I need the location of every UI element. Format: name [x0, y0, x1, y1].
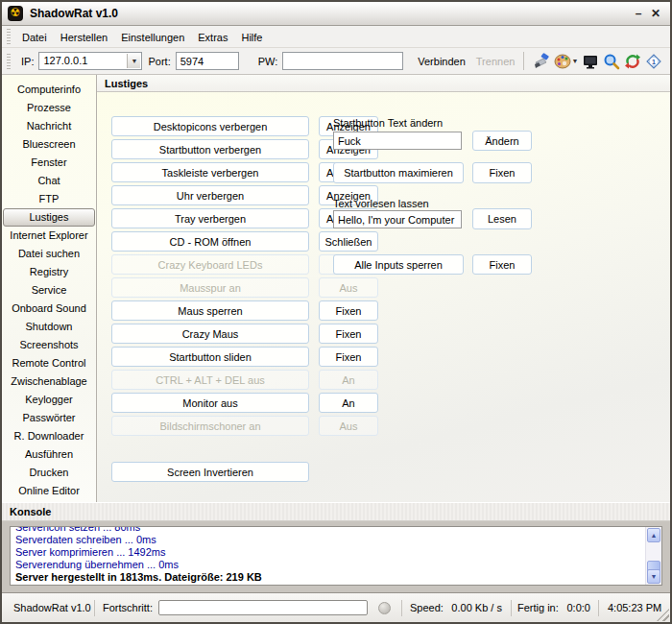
console-log[interactable]: Servericon setzen ... 80msServerdaten sc…	[10, 526, 662, 586]
scroll-up-icon[interactable]: ▲	[647, 528, 660, 542]
menu-einstellungen[interactable]: Einstellungen	[114, 29, 191, 46]
sidebar-item-bluescreen[interactable]: Bluescreen	[2, 135, 96, 154]
sidebar-item-service[interactable]: Service	[2, 281, 96, 300]
menu-extras[interactable]: Extras	[191, 29, 234, 46]
ip-label: IP:	[21, 56, 34, 67]
sidebar: ComputerinfoProzesseNachrichtBluescreenF…	[2, 75, 97, 502]
menubar: DateiHerstellenEinstellungenExtrasHilfe	[2, 26, 670, 48]
stop-circle-icon[interactable]	[378, 602, 391, 614]
info-diamond-icon[interactable]: 1	[643, 51, 664, 72]
tray-verbergen-button[interactable]: Tray verbergen	[111, 208, 309, 228]
sidebar-item-ausf-hren[interactable]: Ausführen	[2, 445, 96, 464]
palette-dropdown-icon[interactable]: ▼	[571, 58, 578, 64]
sidebar-item-keylogger[interactable]: Keylogger	[2, 391, 96, 409]
sidebar-item-internet-explorer[interactable]: Internet Explorer	[2, 227, 96, 245]
statusbar: ShadowRat v1.0 Fortschritt: Speed: 0.00 …	[2, 592, 670, 622]
alle-inputs-sperren-fixen-button[interactable]: Fixen	[472, 254, 532, 275]
sidebar-item-prozesse[interactable]: Prozesse	[2, 99, 96, 117]
mausspur-an-aus-button: Aus	[319, 277, 378, 298]
monitor-aus-an-button[interactable]: An	[319, 393, 378, 413]
console-line: Server komprimieren ... 1492ms	[15, 546, 644, 559]
toolbar-gripper[interactable]	[7, 54, 11, 69]
startbutton-verbergen-button[interactable]: Startbutton verbergen	[111, 139, 309, 159]
speak-text-input[interactable]	[333, 210, 462, 228]
pw-label: PW:	[258, 56, 278, 67]
maus-sperren-fixen-button[interactable]: Fixen	[319, 300, 378, 321]
alle-inputs-sperren-button[interactable]: Alle Inputs sperren	[333, 254, 464, 275]
menu-datei[interactable]: Datei	[15, 29, 54, 46]
startbutton-text-label: Startbutton Text ändern	[333, 117, 443, 129]
startbutton-sliden-button[interactable]: Startbutton sliden	[111, 347, 309, 367]
sidebar-item-shutdown[interactable]: Shutdown	[2, 318, 96, 336]
clean-brush-icon[interactable]	[531, 51, 552, 72]
clock: 4:05:23 PM	[599, 593, 661, 622]
sidebar-item-screenshots[interactable]: Screenshots	[2, 336, 96, 354]
console-line: Serverendung übernehmen ... 0ms	[15, 559, 644, 571]
sidebar-item-drucken[interactable]: Drucken	[2, 464, 96, 482]
sidebar-item-online-editor[interactable]: Online Editor	[2, 482, 96, 500]
action-row-bildschirmschoner-an: Bildschirmschoner anAus	[111, 416, 378, 436]
screen-invertieren-button[interactable]: Screen Invertieren	[111, 462, 309, 482]
window-title: ShadowRat v1.0	[30, 7, 630, 20]
page-title: Lustiges	[97, 75, 670, 92]
startbutton-maximieren-button[interactable]: Startbutton maximieren	[333, 162, 464, 183]
sidebar-item-remote-control[interactable]: Remote Control	[2, 354, 96, 372]
sidebar-item-ftp[interactable]: FTP	[2, 190, 96, 208]
disconnect-button: Trennen	[476, 56, 516, 67]
minimize-button[interactable]: –	[630, 7, 647, 20]
taskleiste-verbergen-button[interactable]: Taskleiste verbergen	[111, 162, 309, 182]
sidebar-item-datei-suchen[interactable]: Datei suchen	[2, 245, 96, 263]
sidebar-item-nachricht[interactable]: Nachricht	[2, 117, 96, 135]
close-button[interactable]: ✕	[647, 7, 664, 20]
sidebar-item-chat[interactable]: Chat	[2, 172, 96, 190]
search-icon[interactable]	[601, 51, 622, 72]
cd-rom-ffnen-schlie-en-button[interactable]: Schließen	[319, 231, 378, 252]
crazy-maus-button[interactable]: Crazy Maus	[111, 324, 309, 344]
bildschirmschoner-an-button: Bildschirmschoner an	[111, 416, 309, 436]
chevron-down-icon[interactable]: ▼	[127, 54, 140, 68]
action-row-maus-sperren: Maus sperrenFixen	[111, 300, 378, 321]
console-line: Servericon setzen ... 80ms	[15, 526, 644, 534]
eta-value: 0:0:0	[566, 602, 597, 613]
ip-combobox[interactable]: 127.0.0.1 ▼	[38, 52, 142, 70]
toolbar-separator	[523, 52, 524, 70]
desktopicons-verbergen-button[interactable]: Desktopicons verbergen	[111, 116, 309, 136]
ctrl-alt-del-aus-button: CTRL + ALT + DEL aus	[111, 370, 309, 390]
bildschirmschoner-an-aus-button: Aus	[319, 416, 378, 436]
sidebar-item-lustiges[interactable]: Lustiges	[3, 208, 95, 227]
port-input[interactable]	[176, 52, 239, 70]
menu-hilfe[interactable]: Hilfe	[234, 29, 269, 46]
sidebar-item-computerinfo[interactable]: Computerinfo	[2, 81, 96, 99]
startbutton-maximieren-fixen-button[interactable]: Fixen	[472, 162, 532, 183]
password-input[interactable]	[282, 52, 403, 70]
mausspur-an-button: Mausspur an	[111, 277, 309, 298]
aendern-button[interactable]: Ändern	[472, 131, 532, 151]
startbutton-text-input[interactable]	[333, 132, 462, 150]
sidebar-item-onboard-sound[interactable]: Onboard Sound	[2, 300, 96, 318]
lesen-button[interactable]: Lesen	[472, 208, 532, 229]
sidebar-item-passw-rter[interactable]: Passwörter	[2, 409, 96, 427]
scroll-down-icon[interactable]: ▼	[647, 569, 660, 584]
uhr-verbergen-button[interactable]: Uhr verbergen	[111, 185, 309, 205]
monitor-aus-button[interactable]: Monitor aus	[111, 393, 309, 413]
ctrl-alt-del-aus-an-button: An	[319, 370, 378, 390]
cd-rom-ffnen-button[interactable]: CD - ROM öffnen	[111, 231, 309, 252]
refresh-icon[interactable]	[622, 51, 643, 72]
startbutton-sliden-fixen-button[interactable]: Fixen	[319, 347, 378, 367]
maus-sperren-button[interactable]: Maus sperren	[111, 300, 309, 321]
crazy-keyboard-leds-button: Crazy Keyboard LEDs	[111, 254, 309, 275]
console-header: Konsole	[2, 502, 670, 521]
color-palette-icon[interactable]	[552, 51, 573, 72]
menu-herstellen[interactable]: Herstellen	[54, 29, 115, 46]
port-label: Port:	[148, 56, 170, 67]
menubar-gripper[interactable]	[7, 29, 11, 44]
radiation-icon: ☢	[8, 6, 23, 21]
connect-button[interactable]: Verbinden	[418, 56, 466, 67]
monitor-icon[interactable]	[580, 51, 601, 72]
sidebar-item-fenster[interactable]: Fenster	[2, 154, 96, 172]
sidebar-item-registry[interactable]: Registry	[2, 263, 96, 281]
sidebar-item-zwischenablage[interactable]: Zwischenablage	[2, 372, 96, 391]
sidebar-item-r-downloader[interactable]: R. Downloader	[2, 427, 96, 445]
console-scrollbar[interactable]: ▲ ▼	[645, 527, 661, 585]
crazy-maus-fixen-button[interactable]: Fixen	[319, 324, 378, 344]
